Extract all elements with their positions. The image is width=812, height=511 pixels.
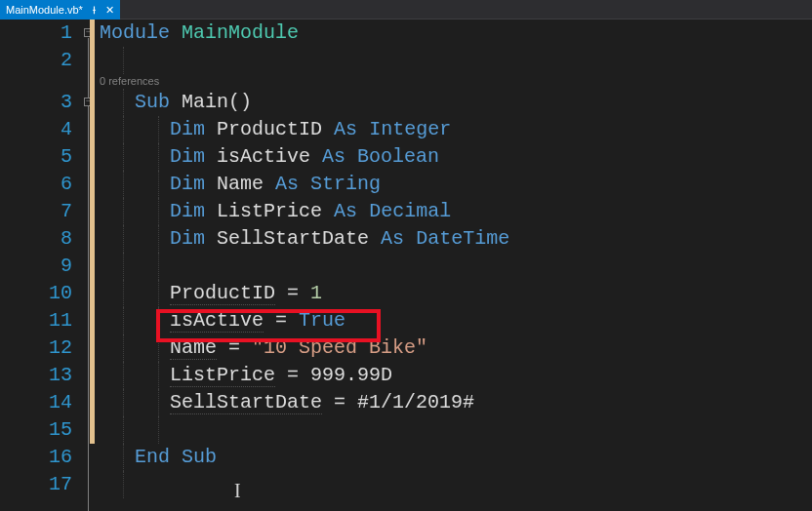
line-number: 5 — [0, 143, 72, 171]
code-line[interactable]: Module MainModule — [100, 20, 812, 47]
line-number: 3 — [0, 89, 72, 116]
codelens-references[interactable]: 0 references — [100, 74, 812, 89]
line-number: 14 — [0, 389, 72, 416]
code-line[interactable]: Dim SellStartDate As DateTime — [100, 225, 812, 253]
active-tab[interactable]: MainModule.vb* ✕ — [0, 0, 120, 20]
code-area[interactable]: Module MainModule 0 references Sub Main(… — [98, 20, 812, 511]
line-number: 1 — [0, 20, 72, 47]
code-line[interactable]: SellStartDate = #1/1/2019# — [100, 389, 812, 416]
code-line[interactable] — [100, 47, 812, 74]
code-editor[interactable]: 1 2 3 4 5 6 7 8 9 10 11 12 13 14 15 16 1… — [0, 20, 812, 511]
code-line[interactable] — [100, 253, 812, 280]
code-line[interactable]: Dim ListPrice As Decimal — [100, 198, 812, 225]
line-number: 8 — [0, 225, 72, 253]
code-line[interactable]: ProductID = 1 — [100, 280, 812, 307]
tab-bar: MainModule.vb* ✕ — [0, 0, 812, 20]
code-line[interactable] — [100, 416, 812, 444]
code-line[interactable]: ListPrice = 999.99D — [100, 362, 812, 389]
text-cursor-icon: I — [234, 480, 241, 502]
code-line[interactable]: Dim ProductID As Integer — [100, 116, 812, 143]
line-number: 16 — [0, 444, 72, 471]
code-line[interactable]: Sub Main() — [100, 89, 812, 116]
line-number: 2 — [0, 47, 72, 74]
line-number: 9 — [0, 253, 72, 280]
code-line[interactable] — [100, 471, 812, 498]
line-number: 13 — [0, 362, 72, 389]
modification-indicator — [90, 20, 95, 444]
code-line[interactable]: isActive = True — [100, 307, 812, 334]
tab-filename: MainModule.vb* — [6, 4, 83, 16]
code-line[interactable]: Dim Name As String — [100, 171, 812, 198]
line-number: 10 — [0, 280, 72, 307]
pin-icon[interactable] — [89, 5, 100, 16]
close-icon[interactable]: ✕ — [105, 4, 114, 17]
line-number: 6 — [0, 171, 72, 198]
line-number: 4 — [0, 116, 72, 143]
line-number: 15 — [0, 416, 72, 444]
outline-guide — [88, 38, 89, 511]
code-line[interactable]: End Sub — [100, 444, 812, 471]
line-number: 7 — [0, 198, 72, 225]
code-line[interactable]: Dim isActive As Boolean — [100, 143, 812, 171]
line-number: 11 — [0, 307, 72, 334]
line-number-gutter: 1 2 3 4 5 6 7 8 9 10 11 12 13 14 15 16 1… — [0, 20, 82, 511]
line-number: 17 — [0, 471, 72, 498]
code-line[interactable]: Name = "10 Speed Bike" — [100, 334, 812, 362]
line-number: 12 — [0, 334, 72, 362]
